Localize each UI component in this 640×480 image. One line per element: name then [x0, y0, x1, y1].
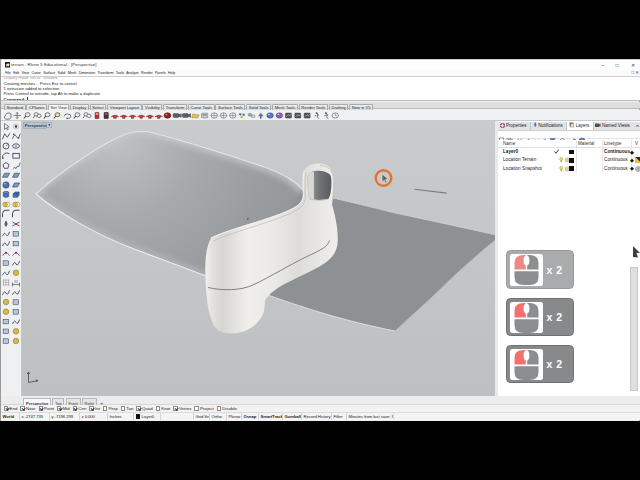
svg-text:Perspective: Perspective: [25, 122, 49, 127]
svg-text:12: 12: [14, 280, 18, 284]
